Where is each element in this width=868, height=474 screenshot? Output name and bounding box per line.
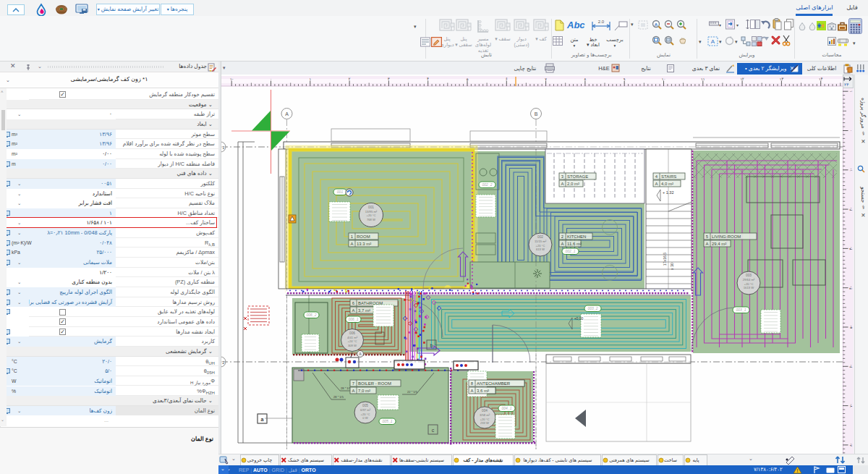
svg-text:۰: ۰ bbox=[848, 130, 853, 132]
svg-text:4/41 m²: 4/41 m² bbox=[347, 336, 358, 339]
svg-text:005_1: 005_1 bbox=[383, 419, 393, 423]
svg-text:2,0 m²: 2,0 m² bbox=[567, 182, 579, 186]
svg-text:۴-: ۴- bbox=[848, 286, 853, 289]
svg-text:006_2: 006_2 bbox=[307, 313, 317, 317]
svg-text:002: 002 bbox=[537, 235, 543, 239]
svg-text:A: A bbox=[655, 22, 658, 27]
svg-text:28 * 1/5: 28 * 1/5 bbox=[333, 395, 344, 399]
svg-text:768 W: 768 W bbox=[367, 218, 375, 221]
svg-text:۱-: ۱- bbox=[848, 168, 853, 172]
svg-text:A: A bbox=[350, 242, 353, 246]
svg-text:A: A bbox=[470, 389, 473, 393]
svg-text:309 W: 309 W bbox=[348, 344, 357, 347]
svg-text:1613 W: 1613 W bbox=[744, 286, 754, 289]
svg-text:۲-: ۲- bbox=[848, 208, 853, 211]
svg-text:3,6 m²: 3,6 m² bbox=[477, 389, 489, 393]
svg-text:+20 °C: +20 °C bbox=[480, 418, 490, 421]
svg-text:A: A bbox=[561, 182, 563, 186]
svg-text:11/15 m²: 11/15 m² bbox=[535, 240, 547, 243]
svg-text:001: 001 bbox=[368, 206, 374, 209]
svg-text:3,7 m²: 3,7 m² bbox=[358, 308, 370, 313]
svg-text:STORAGE: STORAGE bbox=[567, 174, 588, 179]
svg-text:A: A bbox=[705, 242, 708, 246]
svg-text:005: 005 bbox=[362, 404, 368, 407]
svg-text:ANTECHAMBER: ANTECHAMBER bbox=[477, 381, 511, 386]
svg-text:A: A bbox=[711, 38, 715, 45]
svg-text:a: a bbox=[261, 417, 264, 422]
svg-text:۷-: ۷- bbox=[848, 404, 853, 407]
svg-text:۱۳: ۱۳ bbox=[780, 77, 784, 81]
svg-text:13/95 m²: 13/95 m² bbox=[365, 210, 378, 213]
svg-text:۴: ۴ bbox=[427, 77, 429, 81]
svg-text:002_1: 002_1 bbox=[566, 249, 576, 253]
svg-text:۷: ۷ bbox=[545, 77, 547, 81]
svg-text:۱: ۱ bbox=[309, 77, 311, 81]
svg-text:x 30: x 30 bbox=[670, 263, 674, 270]
svg-text:۸-: ۸- bbox=[848, 443, 853, 447]
svg-text:002_2: 002_2 bbox=[482, 182, 493, 187]
svg-text:13.3 m²: 13.3 m² bbox=[357, 242, 371, 246]
svg-text:3/58 m²: 3/58 m² bbox=[480, 413, 490, 417]
svg-text:+20 °C: +20 °C bbox=[361, 412, 370, 416]
svg-text:+ 1.32: + 1.32 bbox=[663, 190, 673, 195]
svg-text:BOILER - ROOM: BOILER - ROOM bbox=[358, 381, 391, 386]
svg-text:۱-: ۱- bbox=[230, 77, 234, 81]
svg-text:۱: ۱ bbox=[848, 90, 853, 93]
svg-text:۱۰: ۱۰ bbox=[662, 77, 665, 81]
svg-text:28 * 1/5: 28 * 1/5 bbox=[341, 386, 352, 390]
svg-text:۱۴: ۱۴ bbox=[819, 77, 823, 81]
svg-text:A: A bbox=[352, 308, 354, 313]
svg-text:۸: ۸ bbox=[584, 77, 587, 81]
svg-text:+20 °C: +20 °C bbox=[536, 244, 545, 247]
svg-text:۱۱: ۱۱ bbox=[701, 77, 705, 81]
svg-text:▾: ▾ bbox=[736, 23, 739, 27]
svg-text:B: B bbox=[535, 111, 538, 117]
svg-text:A: A bbox=[561, 242, 563, 246]
svg-text:6/97 m²: 6/97 m² bbox=[360, 408, 371, 412]
svg-text:۶-: ۶- bbox=[848, 365, 853, 368]
svg-text:۹: ۹ bbox=[624, 77, 626, 81]
svg-text:004_1: 004_1 bbox=[502, 406, 512, 410]
svg-text:006: 006 bbox=[349, 331, 355, 335]
svg-text:۳-: ۳- bbox=[848, 247, 853, 250]
svg-text:A: A bbox=[285, 111, 289, 117]
svg-text:+20 °C: +20 °C bbox=[367, 213, 376, 217]
svg-text:003: 003 bbox=[746, 274, 752, 277]
svg-text:+0,00: +0,00 bbox=[574, 316, 584, 321]
svg-text:ROOM: ROOM bbox=[357, 234, 370, 239]
svg-text:29,4 m²: 29,4 m² bbox=[712, 242, 726, 246]
svg-text:001: 001 bbox=[337, 190, 344, 194]
svg-text:0 W: 0 W bbox=[362, 416, 367, 420]
svg-text:A: A bbox=[655, 182, 658, 186]
svg-text:۵-: ۵- bbox=[848, 325, 853, 329]
svg-text:003_2: 003_2 bbox=[588, 306, 598, 310]
svg-text:۱۲: ۱۲ bbox=[740, 77, 744, 81]
svg-text:+20 °C: +20 °C bbox=[744, 282, 754, 286]
svg-text:7,0 m²: 7,0 m² bbox=[358, 389, 370, 393]
svg-text:KITCHEN: KITCHEN bbox=[567, 234, 586, 239]
svg-text:006_1: 006_1 bbox=[349, 317, 359, 321]
svg-text:29/64 m²: 29/64 m² bbox=[743, 278, 755, 282]
svg-text:A: A bbox=[359, 352, 361, 356]
svg-text:!: ! bbox=[797, 468, 799, 473]
svg-text:b: b bbox=[430, 343, 433, 348]
svg-text:4,0 m²: 4,0 m² bbox=[661, 182, 673, 186]
svg-text:22 * 1/5: 22 * 1/5 bbox=[407, 390, 418, 394]
svg-text:▾: ▾ bbox=[719, 23, 721, 27]
svg-text:+24 °C: +24 °C bbox=[348, 339, 357, 343]
svg-text:۰: ۰ bbox=[270, 77, 272, 81]
svg-text:STAIRS: STAIRS bbox=[661, 174, 676, 179]
svg-text:613 W: 613 W bbox=[536, 247, 545, 251]
svg-text:11,6 m²: 11,6 m² bbox=[567, 242, 582, 246]
svg-text:۶: ۶ bbox=[506, 77, 508, 81]
svg-text:003_1: 003_1 bbox=[736, 308, 746, 312]
svg-text:c: c bbox=[432, 428, 435, 433]
svg-text:۲: ۲ bbox=[349, 77, 351, 81]
svg-text:233 W: 233 W bbox=[480, 421, 489, 425]
svg-text:۳: ۳ bbox=[388, 77, 390, 81]
svg-text:LIVING-ROOM: LIVING-ROOM bbox=[712, 234, 741, 239]
svg-text:A: A bbox=[352, 389, 354, 393]
svg-text:2.0: 2.0 bbox=[598, 20, 605, 24]
svg-text:004: 004 bbox=[482, 409, 488, 412]
svg-text:17x16.5: 17x16.5 bbox=[663, 253, 667, 266]
